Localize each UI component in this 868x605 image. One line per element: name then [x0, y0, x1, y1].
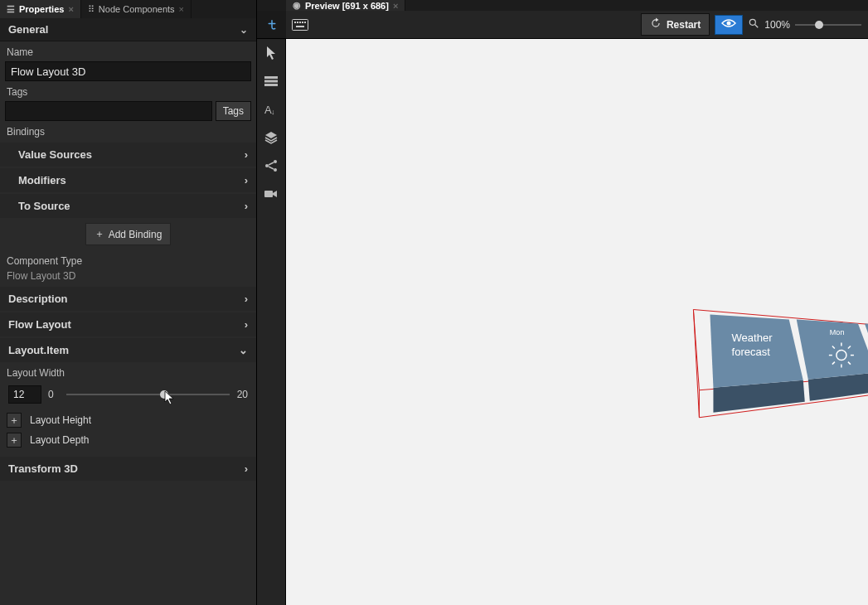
row-layout-item[interactable]: Layout.Item ⌄ [0, 338, 256, 362]
tags-input[interactable] [5, 101, 212, 121]
scene-3d: Weather forecast Mon Tue [286, 39, 868, 605]
row-transform-3d[interactable]: Transform 3D › [0, 457, 256, 481]
row-value-sources[interactable]: Value Sources › [0, 143, 256, 167]
row-label: Layout.Item [8, 344, 69, 356]
name-input[interactable] [5, 61, 251, 81]
chevron-right-icon: › [245, 293, 248, 305]
chevron-down-icon: ⌄ [239, 344, 248, 356]
svg-rect-0 [293, 19, 308, 30]
row-label: To Source [18, 200, 70, 212]
preview-canvas[interactable]: Weather forecast Mon Tue [286, 39, 868, 605]
svg-rect-11 [264, 80, 278, 83]
section-general[interactable]: General ⌄ [0, 18, 256, 41]
layout-width-slider[interactable] [66, 389, 230, 400]
layers-tool[interactable] [257, 123, 286, 152]
tab-label: Preview [691 x 686] [305, 1, 389, 11]
svg-rect-5 [304, 22, 306, 23]
tab-properties[interactable]: ☰ Properties × [0, 0, 81, 18]
row-to-source[interactable]: To Source › [0, 194, 256, 218]
svg-line-9 [755, 25, 759, 28]
left-tabbar: ☰ Properties × ⠿ Node Components × [0, 0, 256, 18]
grid-tool[interactable] [257, 67, 286, 95]
right-tabbar: ◉ Preview [691 x 686] × [257, 0, 868, 11]
plus-icon[interactable]: ＋ [7, 413, 22, 428]
label-name: Name [5, 41, 251, 61]
share-tool[interactable] [257, 152, 286, 180]
svg-line-19 [269, 167, 274, 169]
close-icon[interactable]: × [68, 4, 73, 14]
svg-rect-12 [264, 84, 278, 86]
keyboard-icon[interactable] [286, 11, 314, 39]
row-layout-height[interactable]: ＋ Layout Height [5, 410, 251, 430]
svg-rect-6 [296, 26, 304, 27]
svg-point-7 [727, 22, 731, 26]
svg-line-18 [269, 162, 274, 165]
properties-panel: ☰ Properties × ⠿ Node Components × Gener… [0, 0, 257, 605]
row-label: Modifiers [18, 174, 66, 186]
camera-tool[interactable] [257, 180, 286, 208]
row-label: Transform 3D [8, 462, 78, 475]
close-icon[interactable]: × [393, 1, 398, 11]
svg-rect-20 [264, 191, 273, 197]
svg-text:↓: ↓ [271, 108, 275, 116]
label-tags: Tags [5, 81, 251, 101]
play-icon: ◉ [293, 0, 301, 11]
prop-label: Layout Depth [30, 434, 89, 446]
svg-point-8 [750, 19, 756, 25]
tags-button[interactable]: Tags [216, 101, 251, 121]
eye-icon [721, 18, 736, 31]
plus-icon[interactable]: ＋ [7, 433, 22, 448]
tile-mon: Mon [797, 319, 868, 400]
slider-thumb[interactable] [160, 390, 168, 399]
layout-width-slider-row: 0 20 [5, 382, 251, 410]
vertical-toolstrip: A↓ [257, 39, 286, 605]
row-description[interactable]: Description › [0, 287, 256, 311]
tab-preview[interactable]: ◉ Preview [691 x 686] × [286, 0, 405, 11]
label-bindings: Bindings [5, 121, 251, 141]
svg-rect-4 [302, 22, 303, 23]
slider-thumb[interactable] [815, 21, 823, 29]
row-label: Value Sources [18, 148, 92, 161]
components-icon: ⠿ [88, 4, 95, 15]
tile1-label: Mon [830, 329, 845, 337]
slider-min: 0 [48, 389, 60, 400]
row-layout-depth[interactable]: ＋ Layout Depth [5, 430, 251, 450]
close-icon[interactable]: × [179, 4, 184, 14]
svg-rect-3 [299, 22, 301, 23]
button-label: Add Binding [109, 229, 162, 240]
zoom-slider[interactable] [795, 24, 861, 26]
label-layout-width: Layout Width [5, 362, 251, 382]
svg-rect-1 [294, 22, 296, 23]
select-tool[interactable] [257, 39, 286, 67]
svg-point-15 [265, 164, 269, 167]
row-modifiers[interactable]: Modifiers › [0, 168, 256, 192]
tab-label: Node Components [99, 4, 175, 14]
component-type-value: Flow Layout 3D [5, 270, 251, 285]
chevron-right-icon: › [245, 174, 248, 186]
button-label: Restart [667, 19, 701, 31]
chevron-right-icon: › [245, 200, 248, 212]
search-icon[interactable] [748, 17, 759, 31]
slider-max: 20 [236, 389, 248, 400]
row-label: Flow Layout [8, 318, 71, 331]
zoom-value: 100% [764, 19, 790, 31]
text-tool[interactable]: A↓ [257, 95, 286, 123]
pan-tool[interactable] [257, 11, 286, 38]
tile-weather: Weather forecast [710, 314, 804, 412]
tab-label: Properties [19, 4, 64, 14]
tab-node-components[interactable]: ⠿ Node Components × [81, 0, 192, 18]
row-flow-layout[interactable]: Flow Layout › [0, 312, 256, 336]
layout-width-input[interactable] [8, 385, 41, 404]
visibility-button[interactable] [715, 15, 743, 35]
restart-button[interactable]: Restart [641, 13, 710, 36]
preview-panel: ◉ Preview [691 x 686] × [257, 0, 868, 605]
restart-icon [650, 17, 662, 31]
row-label: Description [8, 293, 68, 305]
label-component-type: Component Type [5, 250, 251, 270]
list-icon: ☰ [7, 4, 15, 15]
preview-toolbar: Restart 100% [257, 11, 868, 39]
add-binding-button[interactable]: ＋ Add Binding [85, 223, 172, 245]
chevron-down-icon: ⌄ [240, 24, 248, 36]
svg-rect-10 [264, 76, 278, 79]
svg-rect-2 [297, 22, 298, 23]
